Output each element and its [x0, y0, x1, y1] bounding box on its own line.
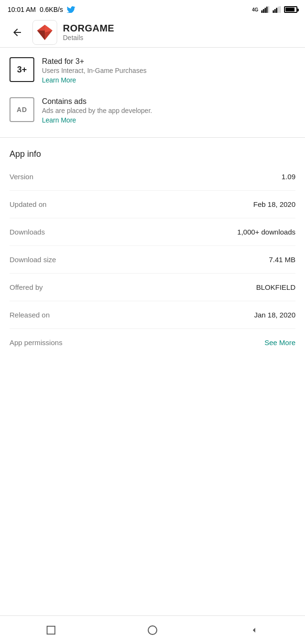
- offered-by-label: Offered by: [10, 283, 43, 291]
- app-subtitle: Details: [63, 34, 114, 41]
- signal-bars2-icon: [273, 6, 281, 13]
- updated-row: Updated on Feb 18, 2020: [10, 191, 295, 218]
- ads-learn-more[interactable]: Learn More: [42, 116, 152, 124]
- ads-section: AD Contains ads Ads are placed by the ap…: [0, 93, 305, 133]
- app-bar: RORGAME Details: [0, 17, 305, 48]
- svg-rect-8: [278, 7, 279, 13]
- downloads-label: Downloads: [10, 228, 45, 236]
- status-time: 10:01 AM: [8, 6, 36, 13]
- rating-learn-more[interactable]: Learn More: [42, 76, 146, 84]
- status-speed: 0.6KB/s: [40, 6, 63, 13]
- download-size-label: Download size: [10, 256, 56, 264]
- released-value: Jan 18, 2020: [254, 311, 295, 319]
- version-label: Version: [10, 173, 33, 181]
- back-nav-button[interactable]: [243, 619, 265, 642]
- download-size-row: Download size 7.41 MB: [10, 246, 295, 274]
- network-4g-icon: 4G: [252, 7, 258, 12]
- svg-rect-0: [261, 10, 263, 13]
- svg-rect-4: [268, 6, 269, 13]
- ads-desc: Ads are placed by the app developer.: [42, 107, 152, 114]
- svg-rect-5: [273, 10, 274, 13]
- offered-by-row: Offered by BLOKFIELD: [10, 274, 295, 301]
- ad-icon: AD: [10, 97, 34, 122]
- rating-title: Rated for 3+: [42, 57, 146, 66]
- status-bar: 10:01 AM 0.6KB/s 4G: [0, 0, 305, 17]
- released-label: Released on: [10, 311, 50, 319]
- back-button[interactable]: [8, 23, 27, 42]
- twitter-icon: [67, 5, 75, 14]
- status-left: 10:01 AM 0.6KB/s: [8, 5, 75, 14]
- signal-bars-icon: [261, 6, 270, 13]
- svg-rect-2: [264, 8, 266, 13]
- app-info-title: App info: [10, 149, 295, 159]
- svg-marker-13: [37, 25, 45, 31]
- rating-desc: Users Interact, In-Game Purchases: [42, 67, 146, 74]
- content: 3+ Rated for 3+ Users Interact, In-Game …: [0, 48, 305, 356]
- recent-apps-button[interactable]: [40, 619, 62, 642]
- rating-badge: 3+: [10, 57, 34, 82]
- battery-icon: [284, 6, 297, 13]
- svg-rect-7: [276, 8, 277, 13]
- svg-rect-6: [274, 9, 276, 13]
- svg-rect-14: [47, 626, 55, 634]
- download-size-value: 7.41 MB: [269, 256, 295, 264]
- app-title-block: RORGAME Details: [63, 23, 114, 41]
- svg-rect-3: [266, 7, 268, 13]
- rating-section: 3+ Rated for 3+ Users Interact, In-Game …: [0, 48, 305, 93]
- permissions-see-more[interactable]: See More: [264, 338, 295, 347]
- released-row: Released on Jan 18, 2020: [10, 301, 295, 329]
- updated-value: Feb 18, 2020: [254, 200, 295, 208]
- ad-badge: AD: [10, 97, 34, 122]
- updated-label: Updated on: [10, 200, 47, 208]
- home-button[interactable]: [141, 619, 164, 642]
- section-divider: [0, 137, 305, 138]
- permissions-row: App permissions See More: [10, 329, 295, 356]
- svg-rect-9: [279, 6, 281, 13]
- svg-rect-1: [263, 9, 264, 13]
- ads-title: Contains ads: [42, 97, 152, 106]
- app-logo: [32, 20, 57, 45]
- version-value: 1.09: [282, 173, 295, 181]
- svg-marker-12: [37, 31, 45, 40]
- rating-icon: 3+: [10, 57, 34, 82]
- permissions-label: App permissions: [10, 338, 62, 347]
- downloads-value: 1,000+ downloads: [237, 228, 295, 236]
- svg-point-15: [148, 626, 157, 634]
- offered-by-value: BLOKFIELD: [256, 283, 295, 291]
- status-right: 4G: [252, 6, 297, 13]
- app-name: RORGAME: [63, 23, 114, 34]
- rating-info-text: Rated for 3+ Users Interact, In-Game Pur…: [42, 57, 146, 84]
- bottom-nav: [0, 615, 305, 644]
- ads-info-text: Contains ads Ads are placed by the app d…: [42, 97, 152, 124]
- app-info-section: App info Version 1.09 Updated on Feb 18,…: [0, 142, 305, 356]
- downloads-row: Downloads 1,000+ downloads: [10, 218, 295, 246]
- version-row: Version 1.09: [10, 163, 295, 191]
